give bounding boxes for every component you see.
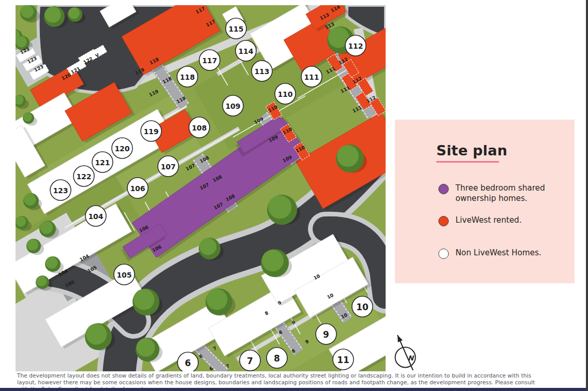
svg-text:112: 112: [348, 42, 363, 50]
plot-9: 9: [316, 324, 336, 344]
svg-text:114: 114: [238, 47, 253, 55]
plot-107: 107: [158, 156, 179, 177]
plot-11: 11: [333, 349, 354, 370]
svg-text:7: 7: [247, 356, 253, 366]
plot-8: 8: [267, 347, 287, 368]
svg-text:117: 117: [202, 56, 217, 65]
plot-110: 110: [275, 83, 296, 104]
svg-text:105: 105: [116, 271, 131, 279]
plot-112: 112: [345, 35, 366, 56]
plot-6: 6: [178, 352, 198, 371]
svg-text:10: 10: [356, 302, 369, 312]
disclaimer-line: layout, however there may be some occasi…: [17, 379, 581, 386]
svg-text:8: 8: [274, 353, 280, 364]
svg-text:119: 119: [143, 127, 158, 136]
plot-114: 114: [236, 40, 256, 61]
plot-109: 109: [223, 95, 243, 116]
legend-label: ownership homes.: [455, 194, 527, 203]
svg-text:118: 118: [180, 73, 195, 81]
svg-text:6: 6: [185, 358, 191, 368]
site-plan-map: 123123123122121120V118118118119119117117…: [16, 5, 386, 371]
plot-108: 108: [189, 117, 210, 138]
svg-text:115: 115: [228, 25, 243, 33]
legend-label: Non LiveWest Homes.: [455, 248, 541, 258]
svg-text:111: 111: [304, 73, 319, 81]
plot-122: 122: [74, 166, 94, 186]
disclaimer-line: The development layout does not show det…: [17, 372, 581, 379]
legend-item-non-livewest: Non LiveWest Homes.: [438, 248, 541, 259]
plot-106: 106: [127, 178, 148, 198]
svg-text:11: 11: [337, 355, 349, 365]
svg-text:122: 122: [76, 172, 91, 181]
site-plan-illustration: 123123123122121120V118118118119119117117…: [16, 5, 386, 371]
svg-text:123: 123: [53, 186, 68, 195]
plot-113: 113: [252, 61, 272, 81]
svg-text:120: 120: [114, 144, 129, 153]
livewest-rented-swatch: [438, 216, 449, 226]
legend-label: Three bedroom shared: [455, 183, 545, 193]
plot-115: 115: [226, 18, 246, 39]
legend-title-underline: [436, 161, 499, 163]
svg-text:121: 121: [95, 158, 110, 167]
legend-item-livewest-rented: LiveWest rented.: [438, 215, 522, 226]
legend-item-shared-ownership: Three bedroom shared ownership homes.: [438, 183, 545, 204]
non-livewest-swatch: [438, 249, 449, 259]
svg-text:113: 113: [254, 67, 269, 76]
plot-104: 104: [85, 206, 106, 226]
bottom-bar: [0, 388, 588, 391]
plot-121: 121: [92, 152, 113, 172]
svg-text:106: 106: [130, 184, 145, 193]
plot-105: 105: [114, 264, 135, 285]
plot-117: 117: [199, 50, 220, 70]
plot-123: 123: [50, 180, 71, 200]
legend-label: LiveWest rented.: [455, 215, 522, 225]
plot-120: 120: [112, 138, 133, 158]
shared-ownership-swatch: [438, 184, 449, 194]
plot-111: 111: [301, 66, 322, 87]
plot-119: 119: [141, 121, 161, 141]
north-arrow-icon: N: [387, 334, 424, 371]
plot-10: 10: [352, 296, 373, 317]
svg-text:110: 110: [277, 90, 292, 98]
svg-text:109: 109: [225, 102, 240, 110]
site-plan-page: 123123123122121120V118118118119119117117…: [0, 0, 588, 391]
window-edge: [586, 0, 588, 391]
svg-text:9: 9: [323, 329, 329, 340]
svg-text:108: 108: [192, 124, 207, 132]
north-arrow: N: [387, 334, 424, 371]
plot-118: 118: [177, 66, 198, 87]
svg-text:N: N: [408, 354, 415, 362]
svg-text:107: 107: [160, 163, 175, 171]
legend-title: Site plan: [436, 142, 507, 158]
legend-panel: Site plan Three bedroom shared ownership…: [395, 120, 575, 283]
plot-7: 7: [240, 350, 260, 371]
svg-text:104: 104: [88, 212, 103, 221]
